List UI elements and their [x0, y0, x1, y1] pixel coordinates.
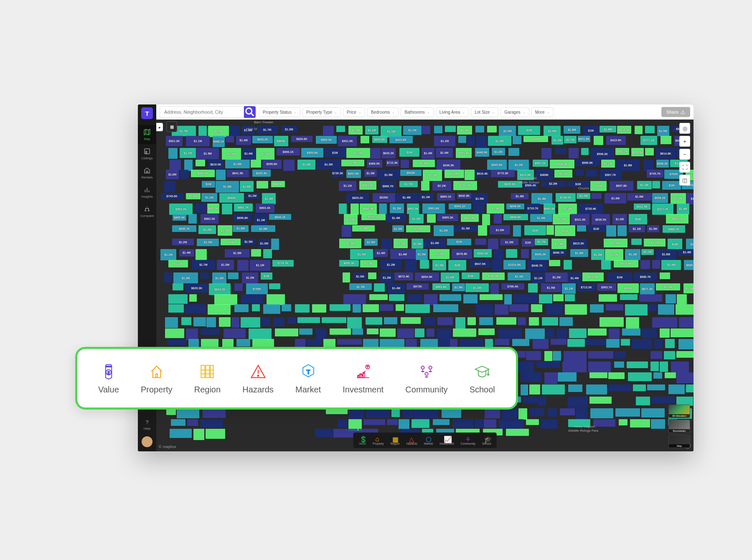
parcel[interactable] — [401, 317, 421, 324]
parcel[interactable] — [523, 397, 538, 404]
parcel[interactable]: $1M — [523, 136, 548, 142]
parcel[interactable] — [363, 304, 379, 312]
search-input[interactable] — [160, 106, 244, 118]
parcel[interactable]: $1.3M — [612, 214, 627, 224]
parcel[interactable] — [374, 283, 385, 291]
parcel[interactable] — [608, 384, 632, 391]
parcel[interactable] — [201, 419, 223, 428]
parcel[interactable] — [521, 384, 528, 395]
parcel[interactable] — [568, 397, 588, 408]
parcel[interactable]: $696.5K — [506, 204, 524, 210]
sidebar-item-insights[interactable]: Insights — [138, 183, 156, 202]
parcel[interactable]: $1M — [668, 239, 683, 249]
parcel[interactable]: $749.2K — [556, 193, 576, 202]
parcel[interactable]: $891.7K — [234, 204, 253, 212]
parcel[interactable]: $1.1M — [365, 126, 379, 135]
parcel[interactable]: $1.4M — [678, 249, 694, 256]
parcel[interactable]: $1.4M — [686, 193, 694, 204]
callout-item-value[interactable]: Value — [98, 362, 119, 395]
parcel[interactable]: $1.1M — [423, 170, 442, 181]
parcel[interactable] — [343, 272, 351, 283]
parcel[interactable]: $720.4K — [579, 204, 602, 215]
parcel[interactable] — [407, 294, 422, 302]
parcel[interactable] — [168, 304, 184, 313]
parcel[interactable] — [339, 204, 347, 214]
parcel[interactable]: $1M — [607, 272, 632, 282]
parcel[interactable] — [633, 384, 646, 391]
parcel[interactable] — [650, 361, 659, 371]
parcel[interactable] — [271, 239, 279, 250]
parcel[interactable]: $673.4K — [394, 272, 413, 280]
parcel[interactable] — [453, 328, 476, 337]
parcel[interactable] — [661, 136, 671, 144]
parcel[interactable] — [593, 419, 615, 427]
parcel[interactable]: $899.8K — [234, 214, 252, 221]
parcel[interactable]: $841.5K — [226, 170, 249, 178]
parcel[interactable]: $1.3M — [487, 204, 504, 214]
parcel[interactable]: $1.5M — [452, 283, 465, 291]
parcel[interactable] — [433, 419, 450, 425]
parcel[interactable]: $893.8K — [432, 283, 450, 290]
parcel[interactable]: $1.4M — [422, 148, 434, 158]
parcel[interactable] — [546, 225, 554, 235]
parcel[interactable] — [193, 317, 206, 327]
parcel[interactable] — [351, 204, 359, 215]
parcel[interactable] — [167, 339, 186, 346]
parcel[interactable] — [203, 408, 226, 418]
parcel[interactable] — [269, 283, 280, 289]
parcel[interactable] — [594, 136, 603, 145]
parcel[interactable] — [389, 294, 404, 301]
parcel[interactable]: $1.6M — [240, 181, 253, 192]
parcel[interactable] — [200, 272, 209, 279]
parcel[interactable]: $946.2K — [531, 249, 550, 260]
parcel[interactable]: $921.6K — [571, 214, 589, 224]
parcel[interactable] — [251, 249, 261, 257]
parcel[interactable] — [251, 160, 261, 168]
parcel[interactable]: $1.6M — [186, 193, 201, 200]
parcel[interactable] — [645, 126, 655, 133]
parcel[interactable] — [226, 136, 234, 143]
parcel[interactable]: $919.4K — [475, 170, 490, 178]
parcel[interactable] — [387, 419, 397, 425]
parcel[interactable]: $1.2M — [508, 160, 529, 171]
parcel[interactable]: $907.7K — [600, 170, 621, 181]
parcel[interactable]: $1.1M — [641, 249, 654, 255]
parcel[interactable] — [399, 419, 409, 429]
parcel[interactable] — [237, 260, 249, 271]
parcel[interactable] — [639, 294, 662, 302]
parcel[interactable] — [263, 304, 280, 313]
parcel[interactable]: $854.9K — [415, 272, 439, 281]
parcel[interactable] — [555, 148, 566, 154]
parcel[interactable] — [171, 419, 186, 426]
parcel[interactable]: $1.1M — [644, 239, 666, 247]
parcel[interactable]: $995.4K — [544, 204, 556, 214]
parcel[interactable] — [632, 339, 652, 349]
parcel[interactable] — [553, 351, 561, 361]
share-button[interactable]: Share — [661, 107, 690, 117]
parcel[interactable] — [542, 384, 565, 395]
panel-collapse-tab[interactable]: ▸ — [156, 123, 163, 131]
parcel[interactable]: $989.8K — [575, 160, 600, 166]
parcel[interactable]: $931.9K — [338, 136, 357, 147]
sidebar-item-rentals[interactable]: Rentals — [138, 163, 156, 183]
parcel[interactable]: $1M — [202, 181, 215, 188]
parcel[interactable] — [660, 272, 670, 279]
parcel[interactable]: $1.2M — [172, 239, 194, 245]
parcel[interactable] — [620, 294, 638, 300]
parcel[interactable]: $1.1M — [671, 193, 686, 204]
parcel[interactable]: $951.5K — [407, 204, 419, 214]
parcel[interactable]: $1.4M — [436, 148, 453, 158]
parcel[interactable]: $1M — [399, 148, 420, 157]
parcel[interactable] — [558, 372, 577, 382]
parcel[interactable]: $1.5M — [225, 249, 249, 258]
parcel[interactable] — [330, 304, 350, 311]
parcel[interactable]: $645.9K — [487, 160, 506, 171]
parcel[interactable]: $2.6M — [218, 225, 232, 236]
parcel[interactable] — [312, 304, 326, 313]
parcel[interactable]: $1.4M — [242, 148, 255, 159]
parcel[interactable]: $1.2M — [605, 249, 623, 261]
parcel[interactable] — [686, 384, 694, 392]
parcel[interactable] — [427, 328, 434, 337]
parcel[interactable]: $1M — [629, 214, 647, 224]
parcel[interactable] — [531, 304, 542, 312]
